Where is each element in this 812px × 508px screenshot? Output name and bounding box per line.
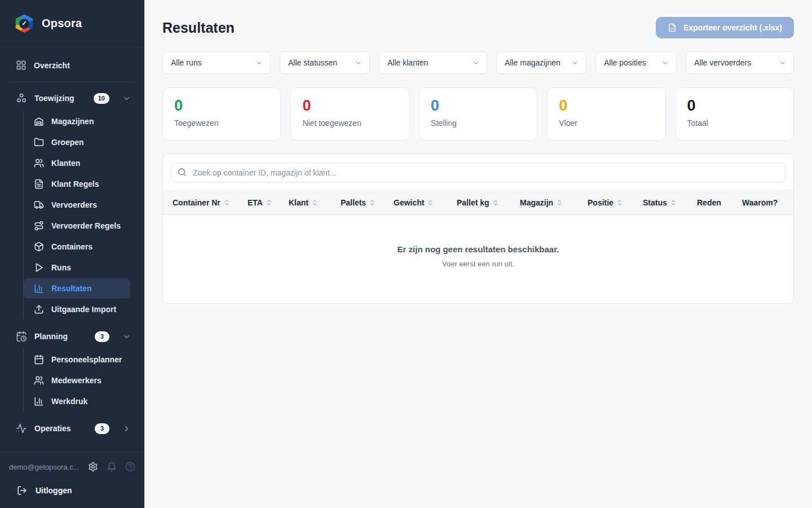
column-header-gewicht[interactable]: Gewicht <box>394 198 457 207</box>
export-button-label: Exporteer overzicht (.xlsx) <box>683 23 782 32</box>
search-input[interactable] <box>171 163 785 182</box>
column-header-pallet-kg[interactable]: Pallet kg <box>457 198 520 207</box>
stat-label: Niet toegewezen <box>302 119 397 128</box>
search-icon <box>178 168 187 177</box>
logout-icon <box>17 485 27 496</box>
chevron-down-icon <box>571 59 579 67</box>
stat-value: 0 <box>687 98 782 115</box>
user-row: demo@getopsora.c... <box>9 462 135 472</box>
column-header-positie[interactable]: Positie <box>588 198 643 207</box>
sidebar-item-label: Klant Regels <box>51 179 99 189</box>
logout-label: Uitloggen <box>36 486 72 495</box>
section-label: Operaties <box>34 424 71 433</box>
column-header-pallets[interactable]: Pallets <box>341 198 394 207</box>
table-header-row: Container Nr ETA Klant Pallets Gewicht P… <box>163 190 793 215</box>
section-label: Toewijzing <box>34 94 74 103</box>
filter-label: Alle posities <box>604 58 646 67</box>
filter-label: Alle magazijnen <box>505 58 561 67</box>
activity-icon <box>16 423 27 434</box>
filter-label: Alle vervoerders <box>694 58 751 67</box>
operaties-count-badge: 3 <box>95 423 109 434</box>
stat-label: Totaal <box>687 119 782 128</box>
user-email: demo@getopsora.c... <box>9 463 80 471</box>
sort-icon <box>223 199 230 206</box>
sidebar-item-label: Magazijnen <box>51 117 94 126</box>
layout-grid-icon <box>16 60 27 71</box>
stat-value: 0 <box>559 98 654 115</box>
filter-posities-select[interactable]: Alle posities <box>595 51 677 74</box>
users-icon <box>34 375 44 386</box>
sidebar-item-werkdruk[interactable]: Werkdruk <box>24 391 130 411</box>
sidebar-item-label: Werkdruk <box>51 397 87 406</box>
stat-card-totaal: 0 Totaal <box>676 87 794 141</box>
play-icon <box>34 262 44 273</box>
empty-state-title: Er zijn nog geen resultaten beschikbaar. <box>163 244 793 254</box>
sidebar-item-vervoerders[interactable]: Vervoerders <box>24 195 130 215</box>
gear-icon[interactable] <box>88 462 98 472</box>
sidebar-item-containers[interactable]: Containers <box>24 237 130 257</box>
bar-chart-icon <box>34 283 44 294</box>
sidebar-item-personeelsplanner[interactable]: Personeelsplanner <box>24 349 130 370</box>
column-header-magazijn[interactable]: Magazijn <box>520 198 588 207</box>
sort-icon <box>311 199 318 206</box>
filter-label: Alle statussen <box>288 58 337 67</box>
sort-icon <box>427 199 434 206</box>
sort-icon <box>670 199 677 206</box>
calendar-icon <box>34 354 44 365</box>
calendar-clock-icon <box>16 331 27 342</box>
filter-label: Alle klanten <box>387 58 428 67</box>
sidebar-divider <box>9 81 135 82</box>
sidebar-item-medewerkers[interactable]: Medewerkers <box>24 370 130 391</box>
column-label: Klant <box>289 198 308 207</box>
sidebar-item-runs[interactable]: Runs <box>24 257 130 278</box>
column-header-eta[interactable]: ETA <box>248 198 289 207</box>
page-title: Resultaten <box>162 20 235 36</box>
sidebar-section-toewijzing[interactable]: Toewijzing 10 <box>7 86 138 111</box>
filter-magazijnen-select[interactable]: Alle magazijnen <box>496 51 586 74</box>
sidebar-item-vervoerder-regels[interactable]: Vervoerder Regels <box>24 216 130 236</box>
sidebar-item-label: Overzicht <box>34 61 70 70</box>
chevron-down-icon <box>122 94 131 103</box>
empty-state: Er zijn nog geen resultaten beschikbaar.… <box>163 215 793 303</box>
sidebar-item-resultaten[interactable]: Resultaten <box>24 278 130 299</box>
sidebar-item-magazijnen[interactable]: Magazijnen <box>24 111 130 132</box>
toewijzing-subnav: Magazijnen Groepen Klanten Klant Regels … <box>23 111 138 319</box>
sidebar-footer: demo@getopsora.c... Uitloggen <box>0 452 144 508</box>
folder-icon <box>34 137 44 147</box>
logout-button[interactable]: Uitloggen <box>9 485 135 496</box>
sidebar-item-groepen[interactable]: Groepen <box>24 132 130 152</box>
column-header-klant[interactable]: Klant <box>289 198 341 207</box>
column-header-status[interactable]: Status <box>643 198 697 207</box>
sidebar-item-uitgaande-import[interactable]: Uitgaande Import <box>24 299 130 319</box>
sort-icon <box>556 199 563 206</box>
chevron-down-icon <box>122 332 131 341</box>
help-icon[interactable] <box>125 462 135 472</box>
stat-card-vloer: 0 Vloer <box>547 87 665 141</box>
brand-name: Opsora <box>42 17 82 30</box>
column-header-container-nr[interactable]: Container Nr <box>163 198 248 207</box>
sidebar-item-overzicht[interactable]: Overzicht <box>7 53 138 77</box>
sort-icon <box>266 199 272 206</box>
filter-vervoerders-select[interactable]: Alle vervoerders <box>686 51 794 74</box>
sidebar-item-klanten[interactable]: Klanten <box>24 153 130 173</box>
stat-value: 0 <box>302 98 397 115</box>
upload-icon <box>34 304 44 314</box>
route-icon <box>34 221 44 231</box>
stat-value: 0 <box>174 98 269 115</box>
sidebar-item-klant-regels[interactable]: Klant Regels <box>24 174 130 194</box>
column-header-reden: Reden <box>697 198 742 207</box>
export-overview-button[interactable]: Exporteer overzicht (.xlsx) <box>656 17 794 38</box>
filter-statussen-select[interactable]: Alle statussen <box>280 51 370 74</box>
column-label: Pallet kg <box>457 198 489 207</box>
filter-runs-select[interactable]: Alle runs <box>162 51 271 74</box>
column-label: Pallets <box>341 198 366 207</box>
filter-klanten-select[interactable]: Alle klanten <box>379 51 487 74</box>
sidebar-section-operaties[interactable]: Operaties 3 <box>7 416 138 441</box>
sidebar-item-label: Klanten <box>51 159 80 168</box>
opsora-logo-icon <box>15 14 34 33</box>
sidebar-item-label: Runs <box>51 263 71 272</box>
sidebar-section-planning[interactable]: Planning 3 <box>7 324 138 349</box>
bell-icon[interactable] <box>107 462 117 472</box>
empty-state-subtitle: Voer eerst een run uit. <box>163 260 793 268</box>
toewijzing-count-badge: 10 <box>94 93 109 104</box>
